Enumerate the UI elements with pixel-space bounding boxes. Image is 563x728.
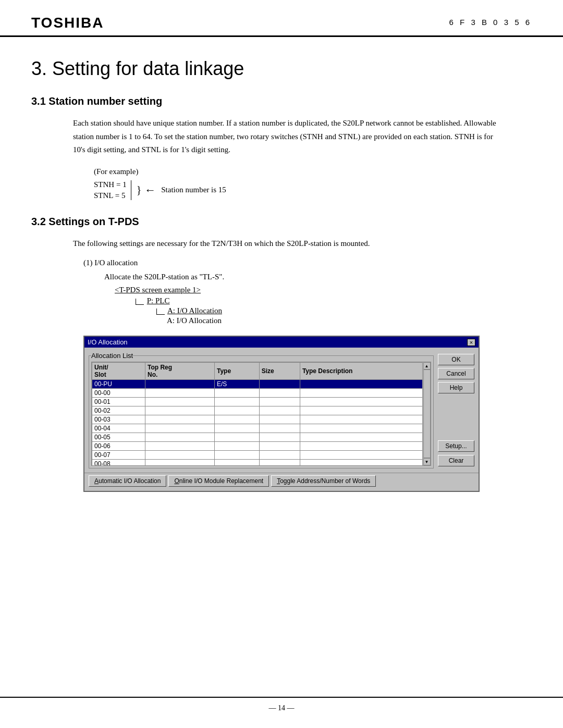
cell-size (259, 406, 300, 415)
cell-topreg (145, 442, 214, 451)
setup-button[interactable]: Setup... (438, 440, 474, 452)
section-32-heading: 3.2 Settings on T-PDS (31, 216, 532, 228)
dialog-body: Allocation List Unit/Slot Top RegNo. (84, 348, 479, 473)
cell-size (259, 451, 300, 460)
cell-desc (300, 460, 430, 466)
clear-button[interactable]: Clear (438, 455, 474, 466)
table-row[interactable]: 00-08 (92, 460, 431, 466)
allocate-text: Allocate the S20LP-station as "TL-S". (104, 273, 532, 281)
cell-size (259, 433, 300, 442)
scroll-up-arrow[interactable]: ▲ (423, 362, 431, 369)
cell-type: E/S (215, 380, 260, 389)
cell-size (259, 442, 300, 451)
scroll-down-arrow[interactable]: ▼ (423, 458, 431, 465)
col-type-desc: Type Description (300, 363, 430, 380)
cell-topreg (145, 424, 214, 433)
dialog-title: I/O Allocation (88, 338, 128, 346)
table-row[interactable]: 00-04 (92, 424, 431, 433)
stnl-value: STNL = 5 (94, 191, 127, 200)
table-row[interactable]: 00-05 (92, 433, 431, 442)
cell-type (215, 442, 260, 451)
cancel-button[interactable]: Cancel (438, 368, 474, 379)
cell-type (215, 415, 260, 424)
table-row[interactable]: 00-01 (92, 398, 431, 406)
cell-topreg (145, 406, 214, 415)
allocation-table: Unit/Slot Top RegNo. Type Size Type Desc… (92, 362, 431, 466)
toggle-address-button[interactable]: Toggle Address/Number of Words (271, 475, 376, 487)
cell-desc (300, 380, 430, 389)
cell-size (259, 380, 300, 389)
toggle-addr-label: Toggle Address/Number of Words (277, 477, 370, 485)
section-31-body: Each station should have unique station … (73, 117, 500, 157)
table-container: Unit/Slot Top RegNo. Type Size Type Desc… (91, 362, 431, 466)
item1-label: (1) I/O allocation (83, 258, 532, 267)
table-row[interactable]: 00-07 (92, 451, 431, 460)
cell-slot: 00-05 (92, 433, 145, 442)
tpds-link: <T-PDS screen example 1> (115, 286, 532, 294)
table-row[interactable]: 00-03 (92, 415, 431, 424)
dialog-close-button[interactable]: × (467, 339, 475, 346)
cell-size (259, 460, 300, 466)
station-number-label: Station number is 15 (161, 186, 226, 194)
allocation-list-group: Allocation List Unit/Slot Top RegNo. (89, 352, 434, 468)
ok-button[interactable]: OK (438, 354, 474, 365)
setup-clear-buttons: Setup... Clear (438, 440, 474, 468)
cell-desc (300, 442, 430, 451)
dialog-titlebar: I/O Allocation × (84, 337, 479, 348)
cell-desc (300, 451, 430, 460)
online-replace-label: Online I/O Module Replacement (174, 477, 263, 485)
table-row[interactable]: 00-06 (92, 442, 431, 451)
aio-label-1: A: I/O Allocation (167, 306, 222, 315)
example-block: (For example) STNH = 1 STNL = 5 } ← Stat… (94, 167, 532, 200)
arrow-symbol: ← (144, 183, 156, 197)
cell-slot: 00-04 (92, 424, 145, 433)
cell-desc (300, 406, 430, 415)
cell-desc (300, 389, 430, 398)
table-header: Unit/Slot Top RegNo. Type Size Type Desc… (92, 363, 431, 380)
aio-line-1: A: I/O Allocation (156, 306, 532, 315)
cell-topreg (145, 415, 214, 424)
pplc-line: P: PLC (136, 297, 532, 305)
auto-allocation-button[interactable]: Automatic I/O Allocation (89, 475, 166, 487)
cell-topreg (145, 451, 214, 460)
cell-slot: 00-02 (92, 406, 145, 415)
col-type: Type (215, 363, 260, 380)
table-row[interactable]: 00-02 (92, 406, 431, 415)
cell-desc (300, 424, 430, 433)
auto-alloc-label: Automatic I/O Allocation (94, 477, 161, 485)
online-replacement-button[interactable]: Online I/O Module Replacement (168, 475, 269, 487)
cell-type (215, 451, 260, 460)
col-unit-slot: Unit/Slot (92, 363, 145, 380)
section-31-heading: 3.1 Station number setting (31, 95, 532, 107)
section-32-body: The following settings are necessary for… (73, 237, 500, 251)
cell-type (215, 406, 260, 415)
page-header: TOSHIBA 6 F 3 B 0 3 5 6 (0, 0, 563, 37)
cell-size (259, 415, 300, 424)
cell-slot: 00-03 (92, 415, 145, 424)
table-row[interactable]: 00-00 (92, 389, 431, 398)
left-bracket: } (137, 184, 142, 196)
cell-type (215, 424, 260, 433)
cell-topreg (145, 380, 214, 389)
cell-slot: 00-PU (92, 380, 145, 389)
dialog-main-buttons: OK Cancel Help (438, 352, 474, 393)
chapter-title: 3. Setting for data linkage (31, 58, 532, 80)
table-scrollbar[interactable]: ▲ ▼ (422, 362, 431, 465)
doc-number: 6 F 3 B 0 3 5 6 (449, 15, 532, 27)
cell-topreg (145, 398, 214, 406)
cell-topreg (145, 433, 214, 442)
table-row[interactable]: 00-PU E/S (92, 380, 431, 389)
page-number: — 14 — (269, 704, 295, 712)
table-scroll[interactable]: Unit/Slot Top RegNo. Type Size Type Desc… (91, 362, 431, 466)
col-size: Size (259, 363, 300, 380)
dialog-bottom-buttons: Automatic I/O Allocation Online I/O Modu… (84, 473, 479, 491)
cell-desc (300, 398, 430, 406)
cell-desc (300, 415, 430, 424)
table-body: 00-PU E/S 00-00 (92, 380, 431, 466)
cell-size (259, 398, 300, 406)
scroll-thumb[interactable] (423, 369, 431, 458)
cell-slot: 00-06 (92, 442, 145, 451)
help-button[interactable]: Help (438, 382, 474, 393)
switch-values: STNH = 1 STNL = 5 (94, 180, 131, 200)
example-label: (For example) (94, 167, 532, 176)
